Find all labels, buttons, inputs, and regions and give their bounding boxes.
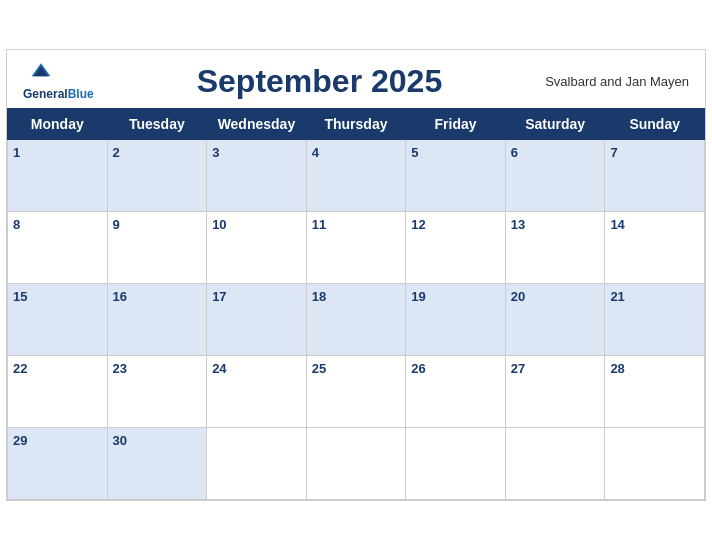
calendar-day-cell: 30	[107, 428, 207, 500]
day-number: 17	[212, 289, 226, 304]
calendar-day-cell: 15	[8, 284, 108, 356]
calendar-day-cell: 4	[306, 140, 406, 212]
calendar-day-cell: 18	[306, 284, 406, 356]
day-number: 25	[312, 361, 326, 376]
calendar-day-cell: 28	[605, 356, 705, 428]
calendar-day-cell: 16	[107, 284, 207, 356]
calendar-week-row: 1234567	[8, 140, 705, 212]
day-number: 12	[411, 217, 425, 232]
calendar-day-cell: 23	[107, 356, 207, 428]
day-number: 30	[113, 433, 127, 448]
calendar-day-cell	[406, 428, 506, 500]
day-number: 26	[411, 361, 425, 376]
calendar-day-cell: 8	[8, 212, 108, 284]
day-number: 10	[212, 217, 226, 232]
day-number: 23	[113, 361, 127, 376]
day-number: 11	[312, 217, 326, 232]
calendar-day-cell: 25	[306, 356, 406, 428]
day-number: 24	[212, 361, 226, 376]
calendar-week-row: 2930	[8, 428, 705, 500]
day-number: 19	[411, 289, 425, 304]
calendar-day-cell: 19	[406, 284, 506, 356]
day-number: 14	[610, 217, 624, 232]
calendar-day-cell	[306, 428, 406, 500]
day-number: 29	[13, 433, 27, 448]
calendar-day-cell: 21	[605, 284, 705, 356]
calendar-day-cell: 27	[505, 356, 605, 428]
calendar-day-cell: 24	[207, 356, 307, 428]
day-number: 28	[610, 361, 624, 376]
day-number: 9	[113, 217, 120, 232]
calendar-day-cell: 2	[107, 140, 207, 212]
day-number: 27	[511, 361, 525, 376]
calendar-week-row: 22232425262728	[8, 356, 705, 428]
general-blue-logo-icon	[23, 60, 59, 84]
day-number: 22	[13, 361, 27, 376]
day-number: 18	[312, 289, 326, 304]
day-number: 4	[312, 145, 319, 160]
region-label: Svalbard and Jan Mayen	[545, 74, 689, 89]
header-thursday: Thursday	[306, 109, 406, 140]
header-sunday: Sunday	[605, 109, 705, 140]
calendar-day-cell: 5	[406, 140, 506, 212]
calendar-table: Monday Tuesday Wednesday Thursday Friday…	[7, 108, 705, 500]
calendar-day-cell: 12	[406, 212, 506, 284]
logo-area: GeneralBlue	[23, 60, 94, 102]
calendar-day-cell: 26	[406, 356, 506, 428]
weekday-header-row: Monday Tuesday Wednesday Thursday Friday…	[8, 109, 705, 140]
calendar-header: GeneralBlue September 2025 Svalbard and …	[7, 50, 705, 108]
calendar-day-cell: 10	[207, 212, 307, 284]
header-saturday: Saturday	[505, 109, 605, 140]
calendar-day-cell: 11	[306, 212, 406, 284]
day-number: 3	[212, 145, 219, 160]
header-tuesday: Tuesday	[107, 109, 207, 140]
calendar-day-cell: 3	[207, 140, 307, 212]
calendar-day-cell: 14	[605, 212, 705, 284]
calendar-day-cell: 6	[505, 140, 605, 212]
calendar-day-cell: 1	[8, 140, 108, 212]
day-number: 2	[113, 145, 120, 160]
calendar-day-cell	[505, 428, 605, 500]
calendar-day-cell	[207, 428, 307, 500]
calendar-day-cell: 22	[8, 356, 108, 428]
day-number: 16	[113, 289, 127, 304]
header-monday: Monday	[8, 109, 108, 140]
calendar-day-cell: 9	[107, 212, 207, 284]
day-number: 13	[511, 217, 525, 232]
logo-text: GeneralBlue	[23, 84, 94, 102]
calendar-week-row: 15161718192021	[8, 284, 705, 356]
month-title: September 2025	[94, 63, 545, 100]
calendar-day-cell: 20	[505, 284, 605, 356]
day-number: 6	[511, 145, 518, 160]
calendar-day-cell: 29	[8, 428, 108, 500]
day-number: 15	[13, 289, 27, 304]
day-number: 21	[610, 289, 624, 304]
calendar-day-cell	[605, 428, 705, 500]
calendar-day-cell: 17	[207, 284, 307, 356]
header-wednesday: Wednesday	[207, 109, 307, 140]
day-number: 20	[511, 289, 525, 304]
day-number: 5	[411, 145, 418, 160]
header-friday: Friday	[406, 109, 506, 140]
day-number: 8	[13, 217, 20, 232]
day-number: 1	[13, 145, 20, 160]
calendar-container: GeneralBlue September 2025 Svalbard and …	[6, 49, 706, 501]
calendar-day-cell: 13	[505, 212, 605, 284]
calendar-week-row: 891011121314	[8, 212, 705, 284]
calendar-day-cell: 7	[605, 140, 705, 212]
day-number: 7	[610, 145, 617, 160]
